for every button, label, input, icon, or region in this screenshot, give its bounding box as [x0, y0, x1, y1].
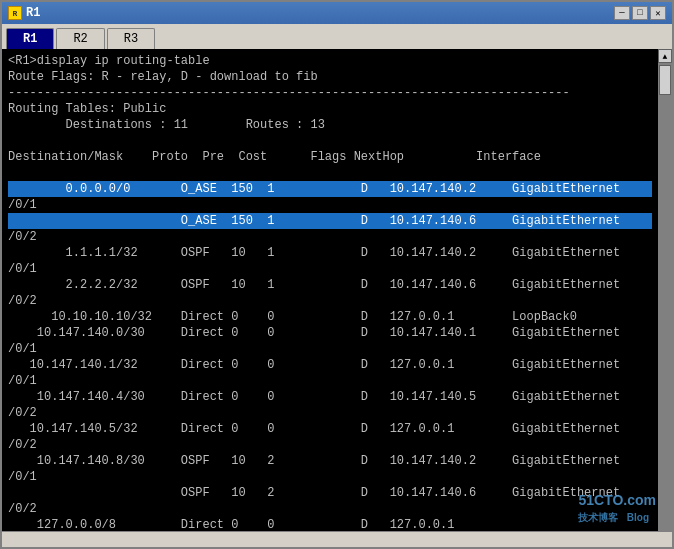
route-row-1: 0.0.0.0/0 O_ASE 150 1 D 10.147.140.2 Gig… — [8, 181, 652, 197]
window-icon: R — [8, 6, 22, 20]
tab-bar: R1 R2 R3 — [2, 24, 672, 49]
route-row-2-suffix: /0/2 1.1.1.1/32 OSPF 10 1 D 10.147.140.2… — [8, 230, 620, 531]
scroll-thumb[interactable] — [659, 65, 671, 95]
title-bar-left: R R1 — [8, 6, 40, 20]
scroll-up-button[interactable]: ▲ — [658, 49, 672, 63]
watermark-cn: 技术博客 — [578, 512, 618, 523]
route-row-2: O_ASE 150 1 D 10.147.140.6 GigabitEthern… — [8, 213, 652, 229]
watermark-blog: Blog — [627, 512, 649, 523]
window-title: R1 — [26, 6, 40, 20]
route-row-1-suffix: /0/1 — [8, 198, 37, 212]
scrollbar: ▲ — [658, 49, 672, 531]
prompt-line: <R1>display ip routing-table Route Flags… — [8, 54, 570, 164]
watermark-line2: 技术博客 Blog — [578, 509, 656, 527]
title-bar: R R1 ─ □ ✕ — [2, 2, 672, 24]
terminal-container: <R1>display ip routing-table Route Flags… — [2, 49, 672, 531]
watermark-line1: 51CTO.com — [578, 491, 656, 509]
minimize-button[interactable]: ─ — [614, 6, 630, 20]
terminal-output[interactable]: <R1>display ip routing-table Route Flags… — [2, 49, 658, 531]
close-button[interactable]: ✕ — [650, 6, 666, 20]
main-window: R R1 ─ □ ✕ R1 R2 R3 <R1>display ip routi… — [0, 0, 674, 549]
tab-r1[interactable]: R1 — [6, 28, 54, 49]
maximize-button[interactable]: □ — [632, 6, 648, 20]
status-bar — [2, 531, 672, 547]
tab-r3[interactable]: R3 — [107, 28, 155, 49]
watermark: 51CTO.com 技术博客 Blog — [578, 491, 656, 527]
tab-r2[interactable]: R2 — [56, 28, 104, 49]
title-buttons: ─ □ ✕ — [614, 6, 666, 20]
